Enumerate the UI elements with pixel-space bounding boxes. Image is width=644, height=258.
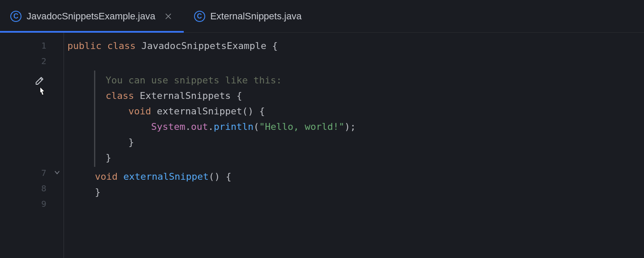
pointer-cursor-icon (36, 86, 48, 100)
tab-label: ExternalSnippets.java (210, 11, 302, 22)
doc-intro: You can use snippets like this: (106, 75, 282, 86)
line-number[interactable]: 8 (0, 181, 64, 196)
code-line[interactable]: public class JavadocSnippetsExample { (64, 38, 644, 53)
code-area[interactable]: public class JavadocSnippetsExample { Yo… (64, 33, 644, 258)
gutter: 1 2 7 8 9 (0, 33, 64, 258)
tab-active[interactable]: C JavadocSnippetsExample.java (0, 0, 184, 33)
code-line[interactable] (64, 53, 644, 69)
tab-label: JavadocSnippetsExample.java (27, 11, 155, 22)
tab-bar: C JavadocSnippetsExample.java C External… (0, 0, 644, 33)
code-line[interactable]: void externalSnippet() { (64, 169, 644, 184)
editor: 1 2 7 8 9 public class JavadocSnippetsEx… (0, 33, 644, 258)
code-line[interactable]: } (64, 184, 644, 200)
line-number[interactable]: 1 (0, 38, 64, 53)
javadoc-rendered[interactable]: You can use snippets like this: class Ex… (94, 71, 644, 167)
tab-inactive[interactable]: C ExternalSnippets.java (184, 0, 312, 33)
line-number[interactable]: 9 (0, 196, 64, 212)
line-number[interactable]: 7 (0, 165, 64, 181)
line-number[interactable]: 2 (0, 53, 64, 69)
chevron-down-icon[interactable] (54, 169, 60, 177)
close-icon[interactable] (163, 11, 173, 22)
code-line[interactable] (64, 200, 644, 215)
class-icon: C (10, 11, 21, 22)
class-icon: C (194, 11, 205, 22)
